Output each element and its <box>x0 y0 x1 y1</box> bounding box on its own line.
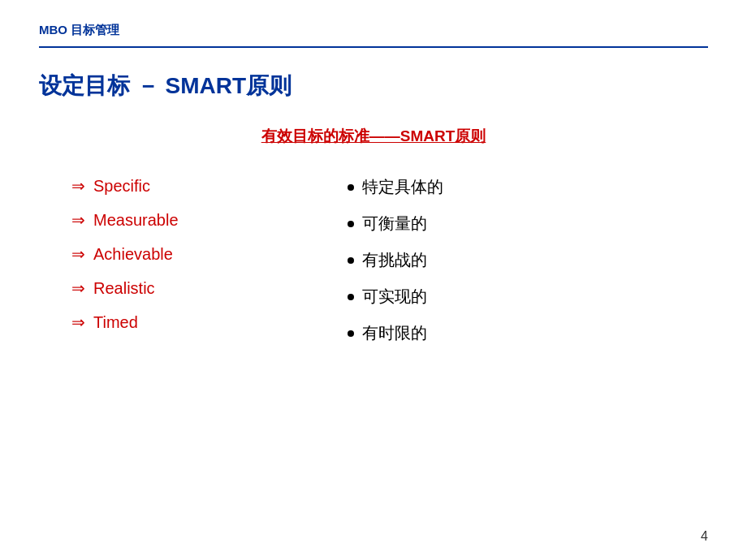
right-item-5: 有时限的 <box>362 322 427 344</box>
left-item-2: Measurable <box>93 211 179 230</box>
bullet-icon <box>348 257 354 264</box>
top-label: MBO 目标管理 <box>39 23 708 38</box>
list-item: ⇒ Measurable <box>71 210 283 230</box>
left-item-1: Specific <box>93 177 150 196</box>
left-item-5: Timed <box>93 313 138 332</box>
list-item: ⇒ Timed <box>71 312 283 332</box>
slide-title: 设定目标 － SMART原则 <box>39 71 708 101</box>
bullet-icon <box>348 330 354 337</box>
content-area: ⇒ Specific ⇒ Measurable ⇒ Achievable ⇒ R… <box>39 176 708 359</box>
bullet-icon <box>348 184 354 191</box>
page-number: 4 <box>701 529 708 544</box>
right-list: 特定具体的 可衡量的 有挑战的 可实现的 有时限的 <box>348 176 510 359</box>
arrow-icon: ⇒ <box>71 210 85 230</box>
right-item-4: 可实现的 <box>362 286 427 308</box>
list-item: ⇒ Achievable <box>71 244 283 264</box>
right-item-1: 特定具体的 <box>362 176 443 198</box>
subtitle: 有效目标的标准——SMART原则 <box>39 126 708 147</box>
arrow-icon: ⇒ <box>71 278 85 298</box>
slide: MBO 目标管理 设定目标 － SMART原则 有效目标的标准——SMART原则… <box>0 0 747 560</box>
arrow-icon: ⇒ <box>71 244 85 264</box>
bullet-icon <box>348 221 354 227</box>
arrow-icon: ⇒ <box>71 176 85 196</box>
list-item: ⇒ Realistic <box>71 278 283 298</box>
right-item-2: 可衡量的 <box>362 213 427 235</box>
arrow-icon: ⇒ <box>71 312 85 332</box>
list-item: 有挑战的 <box>348 249 510 271</box>
left-item-3: Achievable <box>93 245 173 264</box>
list-item: ⇒ Specific <box>71 176 283 196</box>
list-item: 可实现的 <box>348 286 510 308</box>
right-item-3: 有挑战的 <box>362 249 427 271</box>
left-list: ⇒ Specific ⇒ Measurable ⇒ Achievable ⇒ R… <box>71 176 283 359</box>
list-item: 特定具体的 <box>348 176 510 198</box>
bullet-icon <box>348 294 354 300</box>
list-item: 有时限的 <box>348 322 510 344</box>
divider <box>39 46 708 48</box>
left-item-4: Realistic <box>93 279 155 298</box>
list-item: 可衡量的 <box>348 213 510 235</box>
